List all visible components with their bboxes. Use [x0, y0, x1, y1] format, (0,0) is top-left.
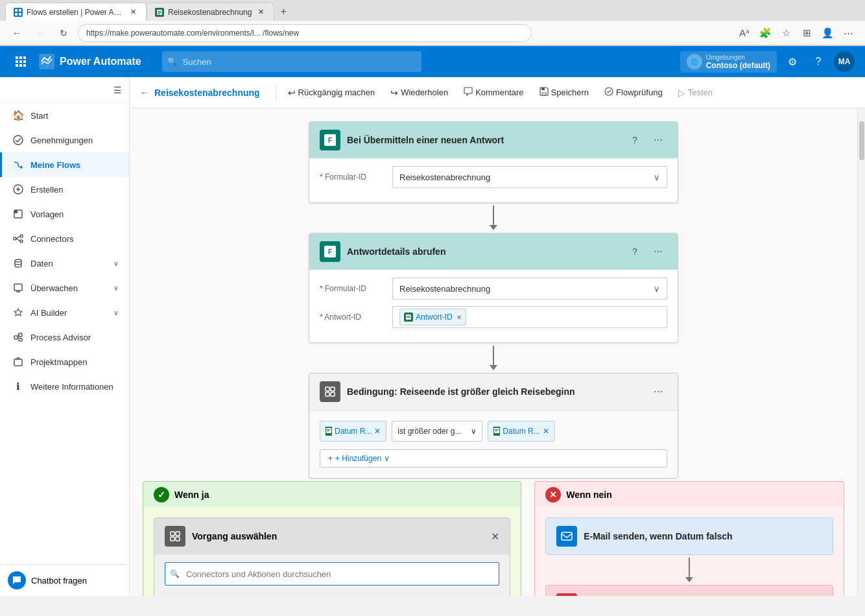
- filter-tab-standard[interactable]: Standard: [244, 592, 294, 596]
- filter-tab-premium[interactable]: Premium: [294, 592, 344, 596]
- svg-point-18: [14, 136, 23, 145]
- formular-id-dropdown-2[interactable]: Reisekostenabrechnung ∨: [392, 278, 667, 300]
- flow-back-button[interactable]: ← Reisekostenabrechnung: [140, 88, 260, 98]
- details-help-icon[interactable]: ?: [626, 243, 644, 261]
- browser-tab-2[interactable]: Reisekostenabrechnung ✕: [147, 3, 274, 21]
- help-icon[interactable]: ?: [808, 51, 829, 72]
- sidebar-item-genehmigungen[interactable]: Genehmigungen: [0, 128, 129, 152]
- condition-node-title: Bedingung: Reiseende ist größer gleich R…: [347, 386, 643, 397]
- sidebar-item-uberwachen[interactable]: Überwachen ∨: [0, 276, 129, 300]
- add-condition-button[interactable]: + + Hinzufügen ∨: [320, 449, 667, 468]
- filter-tab-alle[interactable]: Alle: [165, 592, 196, 596]
- undo-button[interactable]: ↩ Rückgängig machen: [281, 84, 382, 102]
- email-node-title: E-Mail senden, wenn Datum falsch: [584, 531, 822, 541]
- details-more-icon[interactable]: ⋯: [649, 243, 667, 261]
- add-label: + Hinzufügen: [335, 454, 381, 463]
- filter-tab-zwischenablage[interactable]: Zwischenablage: [423, 592, 499, 596]
- operator-value: ist größer oder g...: [397, 427, 461, 436]
- condition-right-close[interactable]: ✕: [543, 427, 549, 436]
- sidebar-item-vorlagen[interactable]: Vorlagen: [0, 202, 129, 226]
- flowcheck-button[interactable]: Flowprüfung: [598, 83, 669, 102]
- comments-button[interactable]: Kommentare: [457, 83, 530, 102]
- sidebar-item-ai-builder[interactable]: AI Builder ∨: [0, 300, 129, 325]
- action-select-close-icon[interactable]: ✕: [491, 530, 499, 543]
- tag-close-icon[interactable]: ✕: [456, 314, 462, 321]
- sidebar-item-connectors[interactable]: Connectors: [0, 226, 129, 251]
- svg-rect-28: [19, 333, 22, 337]
- yes-branch-content: Vorgang auswählen ✕: [143, 507, 521, 596]
- svg-rect-2: [15, 13, 18, 16]
- sidebar-label-process-advisor: Process Advisor: [30, 333, 91, 342]
- condition-operator[interactable]: ist größer oder g... ∨: [392, 421, 482, 442]
- formular-id-label-1: * Formular-ID: [320, 172, 385, 182]
- sidebar-label-projektmappen: Projektmappen: [30, 357, 87, 367]
- settings-icon[interactable]: ⚙: [782, 51, 803, 72]
- sidebar-collapse-button[interactable]: ☰: [111, 82, 124, 98]
- trigger-node-icon: F: [320, 130, 340, 150]
- reading-mode-icon[interactable]: Aᵃ: [735, 24, 753, 42]
- sidebar-item-start[interactable]: 🏠 Start: [0, 103, 129, 128]
- favorites-icon[interactable]: ☆: [777, 24, 795, 42]
- env-label: Umgebungen: [706, 54, 770, 61]
- forward-button[interactable]: →: [31, 24, 49, 42]
- filter-tab-benutzerdefiniert[interactable]: Benutzerdefiniert: [344, 592, 423, 596]
- formular-id-dropdown-1[interactable]: Reisekostenabrechnung ∨: [392, 166, 667, 188]
- chatbot-label: Chatbot fragen: [31, 576, 87, 586]
- terminate-node: Beenden: [545, 585, 833, 596]
- sidebar-label-weitere: Weitere Informationen: [30, 382, 113, 392]
- sidebar-label-erstellen: Erstellen: [30, 185, 64, 195]
- tab2-close[interactable]: ✕: [255, 7, 266, 18]
- browser-tab-active[interactable]: Flows erstellen | Power Automat... ✕: [5, 3, 147, 21]
- save-button[interactable]: Speichern: [533, 83, 596, 102]
- sidebar-item-projektmappen[interactable]: Projektmappen: [0, 349, 129, 374]
- vertical-scrollbar[interactable]: [857, 108, 865, 596]
- extensions-icon[interactable]: 🧩: [756, 24, 774, 42]
- tab1-close[interactable]: ✕: [128, 7, 138, 18]
- sidebar-item-daten[interactable]: Daten ∨: [0, 251, 129, 276]
- condition-more-icon[interactable]: ⋯: [649, 383, 667, 401]
- env-name: Contoso (default): [706, 61, 770, 70]
- trigger-help-icon[interactable]: ?: [626, 131, 644, 149]
- antwort-id-field[interactable]: Antwort-ID ✕: [392, 306, 667, 328]
- back-button[interactable]: ←: [8, 24, 26, 42]
- chatbot-section[interactable]: Chatbot fragen: [0, 564, 129, 596]
- condition-left-value: Datum R...: [335, 427, 372, 436]
- address-bar[interactable]: https://make.powerautomate.com/environme…: [78, 24, 532, 42]
- condition-left-tag: Datum R... ✕: [320, 421, 386, 442]
- condition-right-tag-icon: [493, 427, 500, 436]
- trigger-more-icon[interactable]: ⋯: [649, 131, 667, 149]
- scrollbar-thumb: [859, 121, 864, 160]
- avatar[interactable]: MA: [834, 51, 855, 72]
- process-icon: [12, 331, 24, 343]
- redo-button[interactable]: ↪ Wiederholen: [384, 84, 455, 102]
- tab-favicon-1: [14, 8, 23, 17]
- sidebar-item-meine-flows[interactable]: Meine Flows: [0, 152, 129, 177]
- sidebar-item-process-advisor[interactable]: Process Advisor: [0, 325, 129, 349]
- svg-rect-10: [23, 56, 26, 59]
- no-branch-content: E-Mail senden, wenn Datum falsch: [534, 507, 844, 596]
- connector-search-input[interactable]: [165, 562, 499, 586]
- collections-icon[interactable]: ⊞: [798, 24, 816, 42]
- tab-favicon-2: [155, 8, 164, 17]
- add-icon: +: [328, 454, 333, 463]
- comments-icon: [464, 87, 473, 98]
- condition-left-close[interactable]: ✕: [374, 427, 381, 436]
- branch-container: ✓ Wenn ja: [143, 481, 844, 596]
- sidebar-item-erstellen[interactable]: Erstellen: [0, 177, 129, 202]
- test-icon: ▷: [678, 88, 685, 98]
- refresh-button[interactable]: ↻: [54, 24, 73, 42]
- waffle-menu-icon[interactable]: [10, 51, 31, 72]
- svg-rect-49: [171, 537, 174, 541]
- new-tab-button[interactable]: +: [274, 3, 292, 21]
- svg-rect-21: [14, 210, 18, 213]
- redo-icon: ↪: [390, 88, 398, 98]
- antwort-id-label: * Antwort-ID: [320, 313, 385, 322]
- environment-selector[interactable]: 🌐 Umgebungen Contoso (default): [680, 51, 777, 73]
- filter-tab-integriert[interactable]: Integriert: [196, 592, 244, 596]
- browser-menu-icon[interactable]: ⋯: [839, 24, 857, 42]
- sidebar-item-weitere[interactable]: ℹ Weitere Informationen: [0, 374, 129, 399]
- profile-icon[interactable]: 👤: [818, 24, 836, 42]
- global-search-input[interactable]: [162, 51, 421, 72]
- test-label: Testen: [688, 88, 713, 97]
- test-button[interactable]: ▷ Testen: [672, 84, 719, 102]
